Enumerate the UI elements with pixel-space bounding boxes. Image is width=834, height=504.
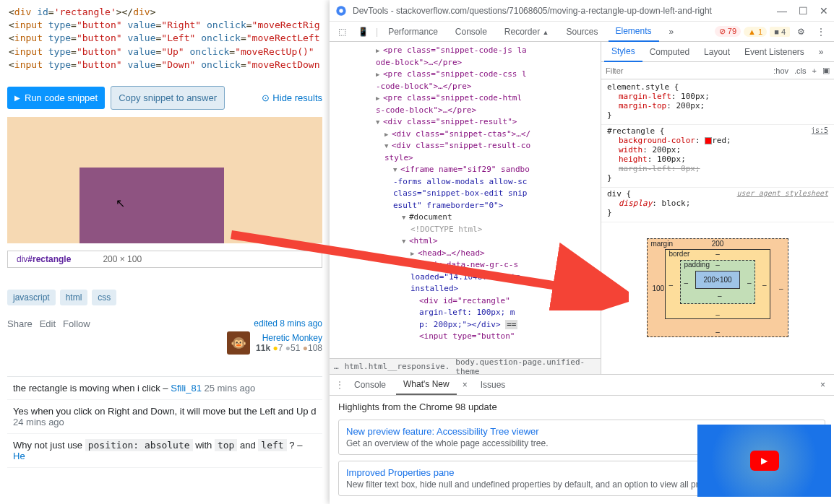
hide-results-button[interactable]: Hide results — [262, 92, 322, 103]
svg-point-1 — [339, 9, 343, 12]
chrome-icon — [335, 5, 347, 17]
tag-javascript[interactable]: javascript — [7, 290, 56, 305]
elements-breadcrumb[interactable]: … html.html__responsive. body.question-p… — [330, 358, 601, 374]
user-card[interactable]: 🐵 Heretic Monkey 11k 7 51 108 — [227, 331, 322, 355]
warnings-badge[interactable]: ▲ 1 — [744, 27, 767, 37]
run-code-button[interactable]: Run code snippet — [7, 87, 105, 109]
copy-snippet-button[interactable]: Copy snippet to answer — [111, 86, 225, 110]
styles-filter-input[interactable] — [606, 66, 768, 75]
close-drawer-icon[interactable]: × — [817, 380, 828, 390]
maximize-button[interactable]: ☐ — [799, 5, 808, 17]
comment: the rectangle is moving when i click – S… — [7, 377, 322, 400]
cursor-icon: ↖ — [116, 196, 125, 210]
styles-rules[interactable]: element.style { margin-left: 100px; marg… — [601, 79, 834, 224]
share-link[interactable]: Share — [7, 318, 33, 355]
drawer-tab-issues[interactable]: Issues — [473, 375, 513, 394]
tab-recorder[interactable]: Recorder ▲ — [497, 22, 556, 41]
tag-css[interactable]: css — [92, 290, 116, 305]
follow-link[interactable]: Follow — [63, 318, 90, 355]
tab-console[interactable]: Console — [448, 22, 494, 41]
whats-new-heading: Highlights from the Chrome 98 update — [338, 401, 825, 412]
inspector-crumb: div#rectangle — [8, 251, 79, 267]
edit-link[interactable]: Edit — [40, 318, 56, 355]
new-rule-button[interactable]: + — [812, 66, 817, 75]
styles-panel: Styles Computed Layout Event Listeners »… — [601, 42, 834, 374]
more-icon[interactable]: ⋮ — [812, 24, 830, 40]
styles-tabs-more[interactable]: » — [812, 43, 831, 61]
window-title: DevTools - stackoverflow.com/questions/7… — [353, 6, 777, 16]
styles-tab-styles[interactable]: Styles — [604, 42, 642, 62]
styles-tab-computed[interactable]: Computed — [642, 43, 697, 61]
device-icon[interactable]: 📱 — [353, 24, 373, 40]
video-thumbnail[interactable] — [697, 425, 831, 497]
drawer-drag-icon[interactable]: ⋮ — [335, 380, 344, 390]
element-inspector-tooltip: div#rectangle 200 × 100 — [7, 251, 322, 268]
styles-filter-bar: :hov .cls + ▣ — [601, 62, 834, 79]
comment-author[interactable]: He — [13, 451, 25, 461]
close-button[interactable]: ✕ — [820, 5, 828, 17]
edited-link[interactable]: edited 8 mins ago — [227, 318, 322, 329]
inspect-icon[interactable]: ⬚ — [334, 24, 351, 40]
drawer-tab-console[interactable]: Console — [347, 375, 393, 394]
comment: Why not just use position: absolute with… — [7, 434, 322, 468]
close-tab-icon[interactable]: × — [460, 380, 470, 390]
styles-tabs: Styles Computed Layout Event Listeners » — [601, 42, 834, 62]
snippet-result: ↖ — [7, 117, 322, 243]
tab-performance[interactable]: Performance — [381, 22, 445, 41]
cls-toggle[interactable]: .cls — [794, 66, 807, 75]
settings-icon[interactable]: ⚙ — [793, 24, 809, 40]
devtools-window: DevTools - stackoverflow.com/questions/7… — [330, 0, 834, 504]
comment: Yes when you click on Right and Down, it… — [7, 400, 322, 434]
rectangle-element[interactable] — [79, 168, 224, 243]
minimize-button[interactable]: — — [777, 5, 787, 17]
tags-list: javascript html css — [7, 290, 322, 305]
elements-panel[interactable]: <pre class="snippet-code-js la ode-block… — [330, 42, 601, 374]
errors-badge[interactable]: ⊘ 79 — [715, 26, 741, 37]
tabs-more[interactable]: » — [662, 22, 682, 41]
styles-tab-layout[interactable]: Layout — [697, 43, 737, 61]
messages-badge[interactable]: ■ 4 — [770, 27, 790, 37]
drawer-tab-whatsnew[interactable]: What's New — [396, 375, 457, 395]
user-reputation: 11k 7 51 108 — [256, 343, 322, 353]
user-name[interactable]: Heretic Monkey — [256, 333, 322, 343]
tag-html[interactable]: html — [60, 290, 88, 305]
devtools-toolbar: ⬚ 📱 | Performance Console Recorder ▲ Sou… — [330, 22, 834, 42]
snippet-controls: Run code snippet Copy snippet to answer … — [7, 86, 322, 110]
devtools-titlebar[interactable]: DevTools - stackoverflow.com/questions/7… — [330, 0, 834, 22]
styles-tab-listeners[interactable]: Event Listeners — [737, 43, 812, 61]
hov-toggle[interactable]: :hov — [773, 66, 788, 75]
play-icon — [750, 451, 779, 471]
comment-author[interactable]: Sfili_81 — [171, 383, 202, 394]
console-drawer-tabs: ⋮ Console What's New× Issues × — [330, 374, 834, 396]
stackoverflow-page: <div id='rectangle'></div> <input type="… — [0, 0, 330, 504]
tab-elements[interactable]: Elements — [609, 22, 659, 42]
box-model[interactable]: margin 200 – – 100 border – – – – paddin… — [601, 224, 834, 352]
tab-sources[interactable]: Sources — [559, 22, 605, 41]
source-link[interactable]: js:5 — [811, 126, 828, 134]
code-snippet-html: <div id='rectangle'></div> <input type="… — [0, 0, 330, 77]
sidebar-toggle-icon[interactable]: ▣ — [822, 66, 830, 75]
inspector-dims: 200 × 100 — [94, 251, 150, 267]
comments-list: the rectangle is moving when i click – S… — [7, 376, 322, 468]
avatar: 🐵 — [227, 331, 250, 355]
post-actions: Share Edit Follow edited 8 mins ago 🐵 He… — [7, 318, 322, 355]
